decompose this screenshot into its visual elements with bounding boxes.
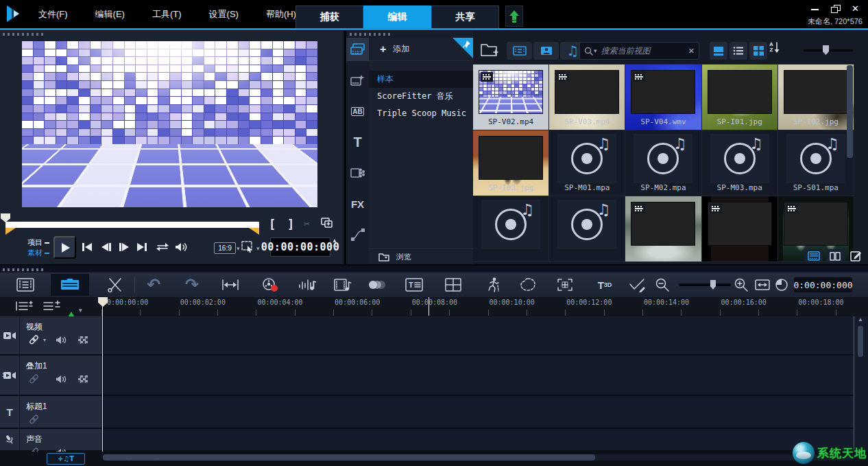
redo-button[interactable]: ↷ <box>181 274 203 296</box>
panel-drag-handle[interactable] <box>3 33 44 36</box>
panel-drag-handle[interactable] <box>350 33 391 36</box>
clip-mode-label[interactable]: 素材 <box>27 248 49 257</box>
undo-button[interactable]: ↶ <box>143 274 165 296</box>
track-header[interactable]: 视频 ▾ <box>0 316 103 356</box>
track-header[interactable]: 1 叠加1 ▾ <box>0 356 103 396</box>
track-header[interactable]: T 标题1 ▾ <box>0 396 103 429</box>
aspect-caret-icon[interactable]: ▾ <box>237 245 240 252</box>
toolbar-timecode[interactable]: 0:00:00:000 <box>794 277 852 292</box>
trim-end-handle[interactable] <box>249 228 259 235</box>
timeline-vscrollbar[interactable]: ▲ <box>857 316 864 452</box>
storyboard-view-button[interactable] <box>14 274 36 296</box>
close-button[interactable]: ✕ <box>852 5 861 13</box>
browse-row[interactable]: 浏览 <box>369 248 473 264</box>
share-upload-button[interactable] <box>505 5 523 27</box>
auto-music-button[interactable] <box>332 274 354 296</box>
category-item[interactable]: Triple Scoop Music <box>369 105 473 122</box>
rail-instant-project-button[interactable] <box>346 69 369 92</box>
next-frame-button[interactable] <box>118 242 130 253</box>
rail-media-button[interactable] <box>346 38 369 61</box>
track-chroma-icon[interactable] <box>78 336 88 344</box>
scroll-up-icon[interactable]: ▲ <box>857 316 864 323</box>
rail-fx-button[interactable]: FX <box>346 192 369 215</box>
show-library-button[interactable] <box>805 249 823 263</box>
go-end-button[interactable] <box>136 242 148 253</box>
link-icon[interactable] <box>29 374 39 384</box>
library-item[interactable]: ♫ <box>702 196 778 262</box>
library-item[interactable]: ♫ <box>473 196 549 262</box>
timeline-zoom-slider[interactable] <box>679 283 731 286</box>
split-screen-button[interactable] <box>442 274 464 296</box>
selection-caret-icon[interactable]: ▾ <box>256 245 260 252</box>
hscroll-thumb[interactable] <box>103 454 595 461</box>
mode-tab[interactable]: 捕获 <box>296 5 363 28</box>
filter-photo-button[interactable] <box>533 42 559 60</box>
view-list-button[interactable] <box>730 42 747 60</box>
add-folder-row[interactable]: + 添加 <box>369 38 473 61</box>
link-icon[interactable] <box>29 335 39 345</box>
3d-title-button[interactable]: T3D <box>591 274 618 296</box>
library-item[interactable]: ♫ SP-I02.jpg <box>778 65 854 130</box>
trim-start-handle[interactable] <box>5 228 16 235</box>
restore-button[interactable] <box>831 5 841 13</box>
selection-tool-button[interactable] <box>241 241 255 253</box>
rail-overlay-button[interactable] <box>346 161 369 185</box>
view-thumbnail-button[interactable] <box>749 42 767 60</box>
search-clear-icon[interactable]: ✕ <box>688 47 695 56</box>
timecode-spinner[interactable]: ▲▼ <box>330 237 339 250</box>
search-input[interactable] <box>600 45 688 56</box>
category-item[interactable]: ScoreFitter 音乐 <box>369 88 473 105</box>
menu-item[interactable]: 帮助(H) <box>262 5 300 23</box>
menu-item[interactable]: 文件(F) <box>34 5 72 23</box>
library-item[interactable]: ♫ SP-M02.mpa <box>625 130 701 196</box>
title-track-lane[interactable] <box>104 396 854 429</box>
library-item[interactable]: ♫ <box>549 196 625 262</box>
split-scissors-icon[interactable]: ✂ <box>304 218 310 230</box>
link-caret-icon[interactable]: ▾ <box>43 337 46 343</box>
record-capture-button[interactable] <box>259 274 281 296</box>
zoom-in-button[interactable] <box>730 274 752 296</box>
track-header[interactable]: 声音 ▾ <box>0 429 103 452</box>
library-item[interactable]: ♫ <box>625 196 701 262</box>
slider-thumb[interactable] <box>823 45 829 55</box>
project-mode-label[interactable]: 项目 <box>27 238 49 246</box>
overlay-track-lane[interactable] <box>104 356 854 396</box>
library-item[interactable]: ♫ SP-I01.jpg <box>702 65 778 130</box>
track-mute-icon[interactable] <box>56 375 67 384</box>
library-item[interactable]: ♫ SP-V02.mp4 <box>473 65 549 130</box>
tools-button[interactable] <box>104 274 126 296</box>
dual-view-button[interactable] <box>826 249 844 263</box>
category-item[interactable]: 样本 <box>369 71 473 88</box>
repeat-button[interactable] <box>155 242 170 253</box>
vscroll-thumb[interactable] <box>858 326 863 357</box>
rail-transition-button[interactable]: AB <box>346 100 369 123</box>
track-chroma-icon[interactable] <box>78 375 88 383</box>
enlarge-preview-icon[interactable] <box>321 218 333 228</box>
sort-button[interactable]: AZ <box>769 42 780 53</box>
filter-video-button[interactable] <box>507 42 532 60</box>
player-timecode[interactable]: 00:00:00:000 <box>270 237 330 257</box>
search-caret-icon[interactable]: ▾ <box>594 47 597 54</box>
library-item[interactable]: ♫ SP-M03.mpa <box>702 130 778 196</box>
track-mute-icon[interactable] <box>56 336 67 345</box>
pin-panel-icon[interactable] <box>453 38 473 58</box>
ripple-caret-icon[interactable]: ▾ <box>79 307 82 314</box>
track-manager-button[interactable] <box>15 300 33 312</box>
timeline-view-button[interactable] <box>51 274 89 296</box>
motion-tracking-button[interactable] <box>481 274 503 296</box>
timeline-hscrollbar[interactable] <box>103 454 854 461</box>
library-item[interactable]: ♫ SP-V04.wmv <box>625 65 701 130</box>
zoom-out-button[interactable] <box>651 274 673 296</box>
subtitle-editor-button[interactable]: T <box>403 274 425 296</box>
mode-tab[interactable]: 编辑 <box>363 5 431 28</box>
swap-track-button[interactable]: +♫T <box>47 453 85 465</box>
library-item[interactable]: ♫ SP-S01.mpa <box>778 130 854 196</box>
library-item[interactable]: ♫ SP-V03.mp4 <box>549 65 625 130</box>
scrubber-bar[interactable] <box>5 222 259 228</box>
volume-button[interactable] <box>174 242 188 253</box>
stabilizer-button[interactable] <box>554 274 576 296</box>
mark-in-button[interactable]: [ <box>269 218 276 231</box>
video-track-lane[interactable] <box>104 316 854 356</box>
mark-out-button[interactable]: ] <box>287 218 294 231</box>
link-icon[interactable] <box>29 415 39 424</box>
